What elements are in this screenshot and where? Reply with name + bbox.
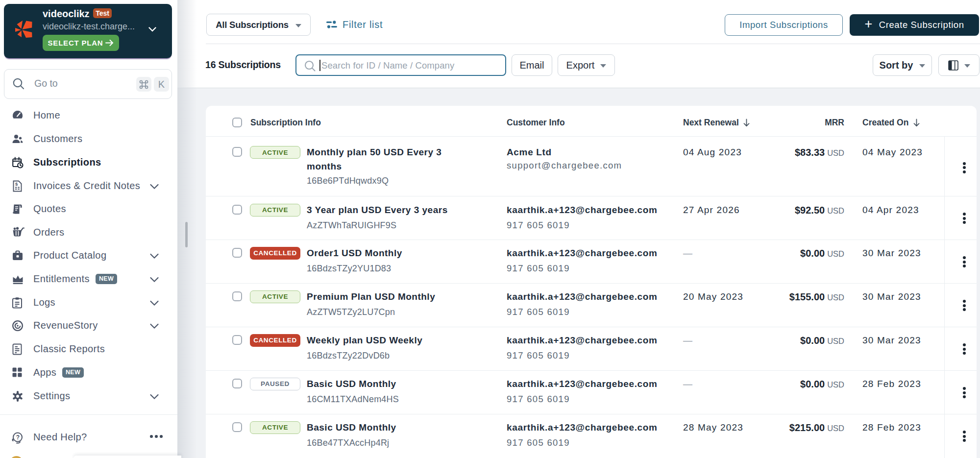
svg-text:$: $ xyxy=(15,181,18,186)
svg-text:?: ? xyxy=(16,434,20,440)
